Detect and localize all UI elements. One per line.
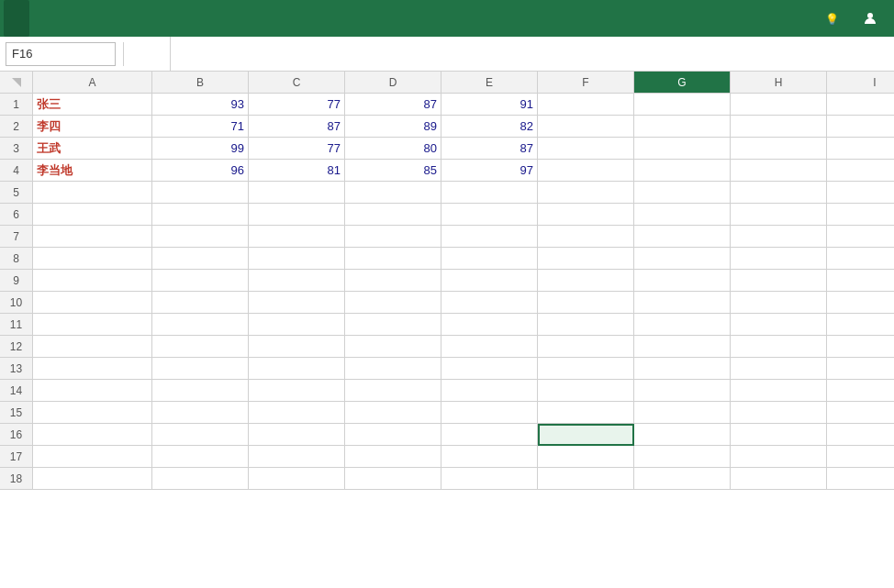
cell-f11[interactable] xyxy=(538,314,634,336)
cell-f16[interactable] xyxy=(538,424,634,446)
cell-d12[interactable] xyxy=(345,336,441,358)
cell-d11[interactable] xyxy=(345,314,441,336)
menu-review[interactable] xyxy=(121,0,140,37)
cell-f1[interactable] xyxy=(538,94,634,116)
cell-e18[interactable] xyxy=(441,468,538,490)
cell-e8[interactable] xyxy=(441,248,538,270)
cell-f12[interactable] xyxy=(538,336,634,358)
cell-g3[interactable] xyxy=(634,138,731,160)
cell-d5[interactable] xyxy=(345,182,441,204)
cell-d6[interactable] xyxy=(345,204,441,226)
cell-e6[interactable] xyxy=(441,204,538,226)
cell-e4[interactable]: 97 xyxy=(441,160,538,182)
cell-a9[interactable] xyxy=(33,270,152,292)
menu-account[interactable] xyxy=(854,7,890,29)
row-number[interactable]: 17 xyxy=(0,446,33,468)
cell-c7[interactable] xyxy=(249,226,345,248)
cell-h18[interactable] xyxy=(731,468,827,490)
col-header-g[interactable]: G xyxy=(634,72,731,93)
cell-d8[interactable] xyxy=(345,248,441,270)
cell-e11[interactable] xyxy=(441,314,538,336)
confirm-button[interactable] xyxy=(142,52,153,56)
cell-d1[interactable]: 87 xyxy=(345,94,441,116)
formula-input[interactable] xyxy=(171,37,894,71)
menu-insert[interactable] xyxy=(48,0,66,37)
row-number[interactable]: 2 xyxy=(0,116,33,138)
cell-h15[interactable] xyxy=(731,402,827,424)
cell-b13[interactable] xyxy=(152,358,249,380)
cell-f6[interactable] xyxy=(538,204,634,226)
cell-i15[interactable] xyxy=(827,402,894,424)
cancel-button[interactable] xyxy=(129,52,140,56)
col-header-h[interactable]: H xyxy=(731,72,827,93)
cell-a14[interactable] xyxy=(33,380,152,402)
cell-c12[interactable] xyxy=(249,336,345,358)
cell-c6[interactable] xyxy=(249,204,345,226)
cell-g10[interactable] xyxy=(634,292,731,314)
row-number[interactable]: 9 xyxy=(0,270,33,292)
cell-e16[interactable] xyxy=(441,424,538,446)
row-number[interactable]: 16 xyxy=(0,424,33,446)
tell-me-button[interactable] xyxy=(816,8,852,29)
cell-a11[interactable] xyxy=(33,314,152,336)
cell-c16[interactable] xyxy=(249,424,345,446)
cell-h17[interactable] xyxy=(731,446,827,468)
cell-i11[interactable] xyxy=(827,314,894,336)
row-number[interactable]: 18 xyxy=(0,468,33,490)
menu-home[interactable] xyxy=(29,0,48,37)
function-button[interactable] xyxy=(155,52,166,56)
cell-d3[interactable]: 80 xyxy=(345,138,441,160)
cell-d15[interactable] xyxy=(345,402,441,424)
row-number[interactable]: 5 xyxy=(0,182,33,204)
row-number[interactable]: 15 xyxy=(0,402,33,424)
cell-f17[interactable] xyxy=(538,446,634,468)
cell-i6[interactable] xyxy=(827,204,894,226)
cell-b3[interactable]: 99 xyxy=(152,138,249,160)
cell-i4[interactable] xyxy=(827,160,894,182)
cell-g5[interactable] xyxy=(634,182,731,204)
row-number[interactable]: 13 xyxy=(0,358,33,380)
row-number[interactable]: 6 xyxy=(0,204,33,226)
cell-a15[interactable] xyxy=(33,402,152,424)
cell-i14[interactable] xyxy=(827,380,894,402)
col-header-a[interactable]: A xyxy=(33,72,152,93)
cell-g18[interactable] xyxy=(634,468,731,490)
menu-data[interactable] xyxy=(103,0,121,37)
cell-a12[interactable] xyxy=(33,336,152,358)
cell-i12[interactable] xyxy=(827,336,894,358)
cell-i17[interactable] xyxy=(827,446,894,468)
menu-help[interactable] xyxy=(195,0,213,37)
cell-c11[interactable] xyxy=(249,314,345,336)
cell-f15[interactable] xyxy=(538,402,634,424)
cell-e3[interactable]: 87 xyxy=(441,138,538,160)
cell-b18[interactable] xyxy=(152,468,249,490)
cell-a10[interactable] xyxy=(33,292,152,314)
cell-d14[interactable] xyxy=(345,380,441,402)
cell-h3[interactable] xyxy=(731,138,827,160)
cell-b2[interactable]: 71 xyxy=(152,116,249,138)
cell-e13[interactable] xyxy=(441,358,538,380)
cell-h9[interactable] xyxy=(731,270,827,292)
cell-f18[interactable] xyxy=(538,468,634,490)
cell-i2[interactable] xyxy=(827,116,894,138)
cell-a18[interactable] xyxy=(33,468,152,490)
cell-f9[interactable] xyxy=(538,270,634,292)
cell-g13[interactable] xyxy=(634,358,731,380)
cell-f5[interactable] xyxy=(538,182,634,204)
cell-b4[interactable]: 96 xyxy=(152,160,249,182)
cell-e2[interactable]: 82 xyxy=(441,116,538,138)
cell-c1[interactable]: 77 xyxy=(249,94,345,116)
col-header-f[interactable]: F xyxy=(538,72,634,93)
menu-file[interactable] xyxy=(4,0,29,37)
cell-i8[interactable] xyxy=(827,248,894,270)
cell-a7[interactable] xyxy=(33,226,152,248)
cell-g1[interactable] xyxy=(634,94,731,116)
cell-c8[interactable] xyxy=(249,248,345,270)
cell-g7[interactable] xyxy=(634,226,731,248)
cell-c5[interactable] xyxy=(249,182,345,204)
cell-e17[interactable] xyxy=(441,446,538,468)
cell-a6[interactable] xyxy=(33,204,152,226)
name-box[interactable] xyxy=(6,42,116,66)
cell-a17[interactable] xyxy=(33,446,152,468)
cell-h11[interactable] xyxy=(731,314,827,336)
